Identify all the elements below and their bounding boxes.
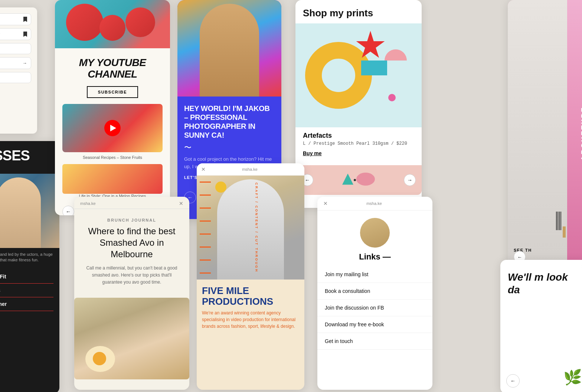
brunch-image [74, 298, 189, 379]
craft-text: CRAFT / CONTENT / CUT THROUGH [255, 183, 258, 273]
fivemile-body: FIVE MILE PRODUCTIONS We're an award win… [197, 280, 304, 336]
fivemile-description: We're an award winning content agency sp… [202, 310, 299, 330]
youtube-watermelon-header [55, 0, 170, 48]
stripe-2 [200, 195, 211, 196]
brunch-title: Where to find the best Smashed Avo in Me… [82, 225, 182, 260]
artefacts-label: Artefacts [303, 132, 414, 140]
photographer-image [177, 0, 281, 97]
card-archetype: ✕ ARCHETYPE SEE TH ← [508, 0, 582, 267]
link-discussion-fb[interactable]: Join the discussion on FB [317, 300, 432, 316]
link-get-in-touch[interactable]: Get in touch [317, 333, 432, 350]
video-label-1: Seasonal Recipes – Stone Fruits [62, 155, 163, 160]
fitness-description: inspiring and led by the uctors, a huge … [0, 248, 59, 267]
play-icon [110, 125, 116, 131]
shop-art [295, 23, 422, 127]
barcode-decoration [556, 212, 562, 230]
fitness-image [0, 174, 59, 248]
stripe-3 [200, 208, 211, 209]
cards-container: coffee! ial strategy CES rce hub → resou… [0, 0, 582, 392]
archetype-sidebar: ARCHETYPE [575, 0, 582, 267]
art-dot [388, 94, 396, 101]
artefacts-details: L / Prestige Smooth Pearl 310gsm / $220 [303, 141, 414, 146]
wellmiss-body: We'll m look da [500, 260, 582, 307]
shop-info: Artefacts L / Prestige Smooth Pearl 310g… [295, 127, 422, 165]
watermelon-slice-2 [125, 7, 155, 37]
link-item-ces[interactable]: CES [0, 43, 31, 54]
watermelon-slice-3 [99, 15, 125, 41]
card-youtube: MY YOUTUBE CHANNEL SUBSCRIBE Seasonal Re… [55, 0, 170, 215]
youtube-body: MY YOUTUBE CHANNEL SUBSCRIBE Seasonal Re… [55, 48, 170, 215]
brunch-category: BRUNCH JOURNAL [82, 218, 182, 222]
fivemile-image: CRAFT / CONTENT / CUT THROUGH [197, 176, 304, 280]
video-thumbnail-2[interactable] [62, 164, 163, 194]
card-wellmiss: ✕ We'll m look da 🌿 ← [500, 260, 582, 392]
teal-triangle [342, 174, 353, 185]
fivemile-close-icon[interactable]: ✕ [201, 166, 206, 172]
link-mailing-list[interactable]: Join my mailing list [317, 266, 432, 283]
fivemile-title: FIVE MILE PRODUCTIONS [202, 285, 299, 307]
orange-stripes [200, 176, 211, 280]
mshalinks-domain: msha.ke [366, 201, 382, 206]
fitness-item-hiit[interactable]: HIIT [0, 311, 53, 324]
photographer-title: HEY WORLD! I'M JAKOB – PROFESSIONAL PHOT… [184, 104, 275, 140]
links-title-container: Links — [317, 252, 432, 266]
shop-nav: ← → [295, 165, 422, 195]
wellmiss-text: We'll m look da [508, 271, 582, 296]
card-mshalinks: ✕ msha.ke Links — Join my mailing list B… [317, 197, 432, 390]
link-item-strategy[interactable]: ial strategy [0, 28, 31, 40]
mshalinks-close-icon[interactable]: ✕ [323, 200, 328, 206]
fitness-person [0, 177, 41, 248]
bookmark-icon-2 [23, 32, 27, 37]
fitness-top: ASSES [0, 141, 59, 174]
watermelon-slice-1 [66, 4, 103, 41]
stripe-8 [200, 272, 211, 274]
shop-next-button[interactable]: → [404, 174, 416, 186]
card-fivemile: ✕ msha.ke CRAFT / CONTENT / CUT THROUGH … [197, 163, 304, 390]
mshalinks-avatar [360, 218, 390, 248]
fitness-item-pilates[interactable]: Pilates [0, 284, 53, 297]
archetype-vertical-text: ARCHETYPE [580, 106, 582, 161]
arrow-right-icon: → [23, 61, 27, 66]
video-thumbnail-1[interactable] [62, 104, 163, 152]
link-free-ebook[interactable]: Download my free e-book [317, 316, 432, 333]
fitness-item-crossfit[interactable]: Cross Fit [0, 270, 53, 284]
stripe-1 [200, 182, 211, 183]
link-book-consultation[interactable]: Book a consultation [317, 283, 432, 300]
brunch-description: Call me a millennial, but you can't beat… [82, 265, 182, 286]
buy-me-link[interactable]: Buy me [303, 150, 322, 156]
card-links-left: coffee! ial strategy CES rce hub → resou… [0, 7, 37, 134]
stripe-7 [200, 259, 211, 261]
fivemile-person [217, 179, 284, 280]
gold-stripe [563, 226, 566, 238]
brunch-header: msha.ke ✕ [74, 197, 189, 209]
fitness-title: ASSES [0, 148, 53, 163]
link-item-coffee[interactable]: coffee! [0, 13, 31, 25]
card-fitness: ASSES inspiring and led by the uctors, a… [0, 141, 59, 392]
art-half-circle [385, 49, 407, 61]
wellmiss-back-container: ← [506, 374, 520, 388]
link-item-resources[interactable]: resources [0, 72, 31, 83]
brunch-body: BRUNCH JOURNAL Where to find the best Sm… [74, 209, 189, 298]
fivemile-domain: msha.ke [242, 167, 258, 172]
fitness-item-reformer[interactable]: Reformer [0, 297, 53, 311]
fivemile-header: ✕ msha.ke [197, 163, 304, 176]
art-rect [361, 61, 387, 75]
play-button[interactable] [104, 120, 121, 136]
prev-arrow-button[interactable]: ← [62, 206, 74, 215]
wave-icon: 〜 [184, 143, 275, 153]
fitness-red-bars [0, 166, 53, 167]
stripe-5 [200, 233, 211, 235]
shop-title: Shop my prints [303, 7, 414, 19]
plant-icon: 🌿 [563, 369, 582, 386]
photographer-person [200, 4, 259, 97]
shop-art-decoration [342, 173, 375, 186]
shop-header: Shop my prints [295, 0, 422, 23]
stripe-4 [200, 220, 211, 222]
mshalinks-header: ✕ msha.ke [317, 197, 432, 210]
sun-icon [215, 182, 226, 193]
wellmiss-back-button[interactable]: ← [506, 374, 520, 388]
link-item-hub[interactable]: rce hub → [0, 57, 31, 69]
card-brunch: msha.ke ✕ BRUNCH JOURNAL Where to find t… [74, 197, 189, 390]
subscribe-button[interactable]: SUBSCRIBE [87, 86, 138, 98]
brunch-close-icon[interactable]: ✕ [179, 200, 183, 206]
